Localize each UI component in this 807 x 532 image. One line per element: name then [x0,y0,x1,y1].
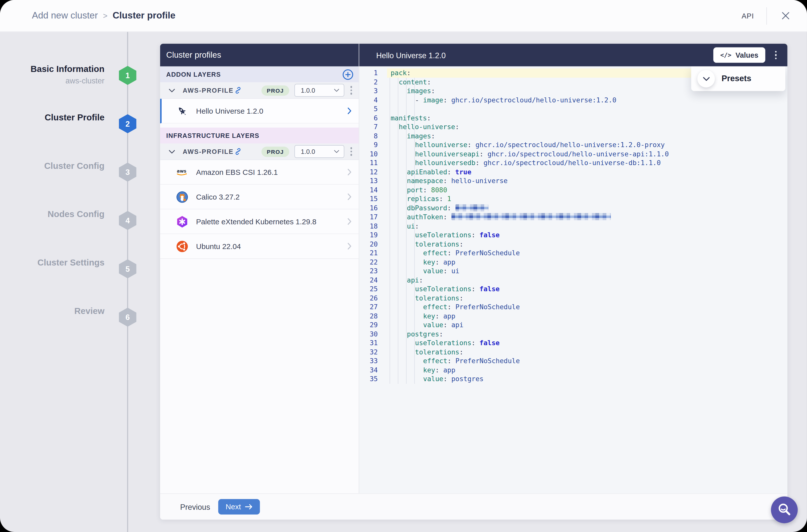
yaml-key: hellouniverse [415,141,467,149]
dot [775,54,776,56]
close-button[interactable] [779,10,791,22]
yaml-value: api [451,321,464,329]
yaml-value: 8080 [431,186,447,194]
step-label: Review [74,306,105,317]
step-labels: Cluster Config [44,161,105,171]
yaml-key: useTolerations [415,285,471,293]
card-main: Cluster profiles ADDON LAYERSAWS-PROFILE… [160,44,788,493]
section-heading-label: INFRASTRUCTURE LAYERS [166,132,259,139]
line-number: 14 [359,186,378,194]
line-number: 31 [359,338,378,347]
presets-collapse-button[interactable] [697,70,715,88]
add-layer-button[interactable] [342,69,354,80]
code-line: 35value: postgres [359,375,788,384]
code-text: authToken: [407,212,611,222]
next-button[interactable]: Next [218,499,260,514]
work-area: Basic Informationaws-cluster1Cluster Pro… [0,32,807,532]
section-gap [160,124,359,127]
chevron-down-icon [334,89,339,92]
layer-item-amazon-ebs-csi-1-26-1[interactable]: awsAmazon EBS CSI 1.26.1 [160,160,359,185]
stepper-step-cluster-profile[interactable]: Cluster Profile2 [0,113,137,142]
profile-row-aws-profile: AWS-PROFILEPROJ1.0.0 [160,144,359,160]
editor-body: 1pack:2content:3images:4- image: ghcr.io… [359,66,788,494]
yaml-key: key [423,312,435,320]
line-number: 5 [359,104,378,113]
layer-label: Hello Universe 1.2.0 [196,107,263,115]
previous-button[interactable]: Previous [180,502,210,511]
line-number: 23 [359,266,378,276]
yaml-colon: : [419,276,423,284]
profile-menu-button[interactable] [349,146,354,157]
line-number: 8 [359,131,378,140]
code-text: images: [407,87,435,95]
line-number: 2 [359,77,378,87]
yaml-value: hello-universe [451,177,508,185]
yaml-key: hellouniverseapi [415,150,480,158]
yaml-key: tolerations [415,294,459,302]
step-number: 3 [126,168,130,176]
yaml-colon: : [435,312,439,320]
layer-item-palette-extended-kubernetes-1-29-8[interactable]: Palette eXtended Kubernetes 1.29.8 [160,209,359,234]
yaml-key: key [423,258,435,266]
stepper-step-basic-information[interactable]: Basic Informationaws-cluster1 [0,64,137,94]
code-line: 34key: app [359,366,788,375]
code-line: 27effect: PreferNoSchedule [359,302,788,311]
layer-label: Calico 3.27.2 [196,193,240,201]
stepper-step-cluster-settings[interactable]: Cluster Settings5 [0,258,137,287]
yaml-value: 1 [447,195,451,203]
yaml-key: effect [423,303,448,311]
code-line: 31useTolerations: false [359,338,788,347]
layer-item-ubuntu-22-04[interactable]: Ubuntu 22.04 [160,234,359,259]
code-text: tolerations: [415,240,463,248]
stepper-step-nodes-config[interactable]: Nodes Config4 [0,209,137,239]
code-text: useTolerations: false [415,284,500,293]
yaml-colon: : [443,177,447,185]
collapse-profile-button[interactable] [168,87,176,94]
magnifier-smile-icon [776,502,792,517]
code-line: 5 [359,104,788,113]
code-line: 9hellouniverse: ghcr.io/spectrocloud/hel… [359,140,788,149]
stepper-step-review[interactable]: Review6 [0,306,137,336]
yaml-colon: : [431,132,435,140]
code-text: apiEnabled: true [407,167,471,176]
yaml-colon: : [471,339,475,347]
yaml-key: pack [391,69,407,77]
profile-version-select[interactable]: 1.0.0 [294,84,344,97]
yaml-colon: : [447,249,451,257]
redacted-secret-value [455,204,488,211]
layer-item-calico-3-27-2[interactable]: Calico 3.27.2 [160,185,359,210]
code-text: key: app [423,366,455,375]
profile-menu-button[interactable] [349,84,354,96]
link-icon [233,147,242,156]
values-button[interactable]: </> Values [714,48,765,63]
layer-item-hello-universe-1-2-0[interactable]: Hello Universe 1.2.0 [160,99,359,124]
line-number: 3 [359,87,378,95]
step-labels: Review [74,306,105,317]
code-line: 11hellouniversedb: ghcr.io/spectrocloud/… [359,158,788,167]
code-text: replicas: 1 [407,194,451,204]
line-number: 13 [359,176,378,186]
yaml-key: value [423,321,444,329]
dot [350,154,352,156]
chevron-down-icon [169,88,175,92]
support-search-bubble[interactable] [771,496,798,523]
yaml-value: ghcr.io/spectrocloud/hello-universe:1.2.… [451,96,616,104]
api-button[interactable]: API [742,12,754,20]
code-line: 13namespace: hello-universe [359,176,788,186]
palette-kubernetes-logo [176,215,188,228]
yaml-key: useTolerations [415,231,471,239]
yaml-code-editor[interactable]: 1pack:2content:3images:4- image: ghcr.io… [359,66,788,384]
presets-label: Presets [721,74,751,83]
profile-version-select[interactable]: 1.0.0 [294,145,344,158]
collapse-profile-button[interactable] [168,148,176,155]
dot [350,151,352,152]
breadcrumb-add-new-cluster[interactable]: Add new cluster [32,10,98,21]
step-label: Cluster Profile [45,113,105,123]
stepper-step-cluster-config[interactable]: Cluster Config3 [0,161,137,191]
yaml-key: value [423,375,444,383]
yaml-colon: : [475,159,480,167]
code-text: namespace: hello-universe [407,176,508,186]
line-number: 7 [359,122,378,131]
editor-more-menu-button[interactable] [773,49,778,61]
arrow-right-icon [245,504,253,510]
